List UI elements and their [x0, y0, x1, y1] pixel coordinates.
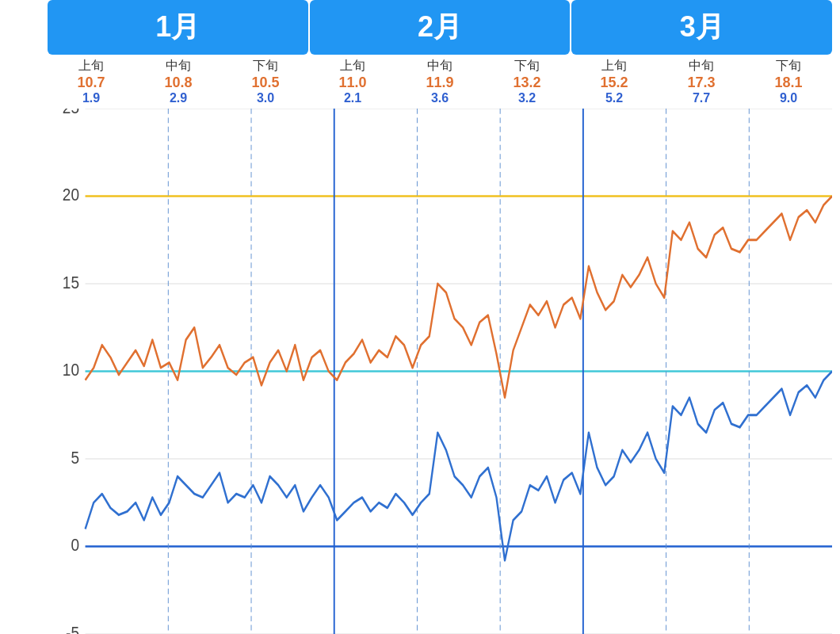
- header-row: 1月 2月 3月: [48, 0, 832, 55]
- feb-subheaders: 上旬 11.0 2.1 中旬 11.9 3.6 下旬 13.2 3.2: [309, 58, 571, 105]
- feb-early: 上旬 11.0 2.1: [309, 58, 396, 105]
- mar-subheaders: 上旬 15.2 5.2 中旬 17.3 7.7 下旬 18.1 9.0: [571, 58, 832, 105]
- svg-text:-5: -5: [66, 622, 79, 634]
- jan-late: 下旬 10.5 3.0: [222, 58, 309, 105]
- month-feb: 2月: [310, 0, 571, 55]
- subheader-row: 上旬 10.7 1.9 中旬 10.8 2.9 下旬 10.5 3.0 上旬 1…: [48, 58, 832, 105]
- month-mar: 3月: [571, 0, 832, 55]
- jan-early: 上旬 10.7 1.9: [48, 58, 135, 105]
- feb-mid: 中旬 11.9 3.6: [396, 58, 483, 105]
- svg-text:5: 5: [71, 447, 79, 467]
- month-jan: 1月: [48, 0, 308, 55]
- svg-text:10: 10: [63, 360, 79, 380]
- svg-text:0: 0: [71, 535, 79, 555]
- chart-container: 1月 2月 3月 上旬 10.7 1.9 中旬 10.8 2.9 下旬 10.5…: [0, 0, 840, 634]
- mar-early: 上旬 15.2 5.2: [571, 58, 658, 105]
- jan-mid: 中旬 10.8 2.9: [135, 58, 222, 105]
- svg-text:20: 20: [63, 185, 79, 204]
- feb-late: 下旬 13.2 3.2: [483, 58, 571, 105]
- mar-late: 下旬 18.1 9.0: [745, 58, 832, 105]
- jan-subheaders: 上旬 10.7 1.9 中旬 10.8 2.9 下旬 10.5 3.0: [48, 58, 309, 105]
- mar-mid: 中旬 17.3 7.7: [658, 58, 745, 105]
- svg-text:25: 25: [63, 109, 79, 116]
- chart-area: 2520151050-5: [48, 109, 832, 634]
- chart-svg: 2520151050-5: [48, 109, 832, 634]
- svg-text:15: 15: [63, 272, 79, 292]
